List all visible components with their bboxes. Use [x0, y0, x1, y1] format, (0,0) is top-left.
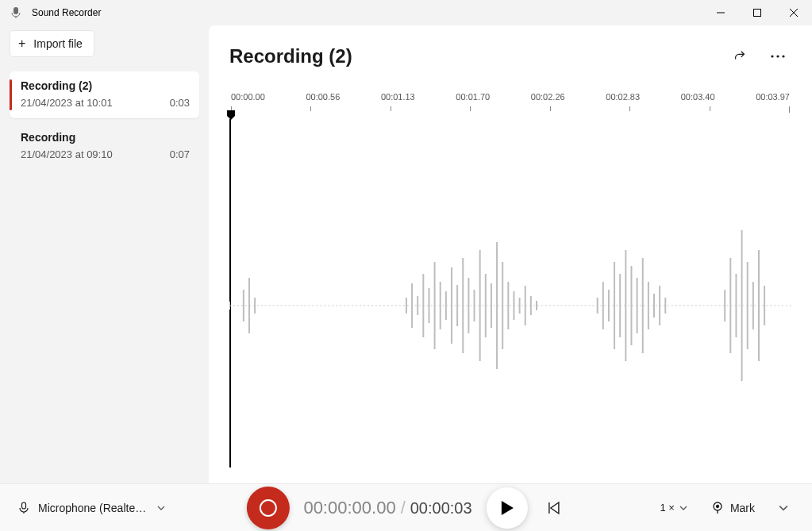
mark-label: Mark	[730, 502, 755, 514]
microphone-label: Microphone (Realtek(...	[38, 502, 149, 514]
recording-item-duration: 0:07	[170, 148, 190, 160]
time-display: 00:00:00.00 / 00:00:03	[303, 498, 471, 518]
current-time: 00:00:00.00	[303, 498, 395, 518]
import-file-button[interactable]: + Import file	[10, 30, 94, 57]
svg-point-7	[771, 55, 773, 57]
timeline-tick-mark	[550, 106, 551, 111]
svg-rect-3	[754, 10, 761, 17]
recording-title: Recording (2)	[229, 45, 352, 67]
record-button[interactable]	[246, 487, 289, 529]
timeline-tick-label: 00:03.40	[681, 92, 715, 102]
recording-item-datetime: 21/04/2023 at 09:10	[21, 148, 113, 160]
mark-button[interactable]: Mark	[705, 497, 761, 519]
more-button[interactable]	[764, 43, 791, 70]
timeline-tick-label: 00:00.00	[231, 92, 265, 102]
recording-item-title: Recording (2)	[21, 79, 190, 92]
play-button[interactable]	[487, 487, 528, 529]
maximize-button[interactable]	[739, 0, 775, 25]
recording-item-title: Recording	[21, 131, 190, 144]
recording-item[interactable]: Recording (2)21/04/2023 at 10:010:03	[10, 71, 199, 118]
timeline-tick-label: 00:01.13	[381, 92, 415, 102]
svg-rect-60	[22, 502, 26, 509]
chevron-down-icon	[779, 503, 788, 513]
timeline-tick-mark	[789, 106, 790, 113]
waveform-area[interactable]	[229, 127, 791, 483]
chevron-down-icon	[679, 504, 687, 512]
mark-icon	[711, 502, 724, 514]
recording-item[interactable]: Recording21/04/2023 at 09:100:07	[10, 123, 199, 170]
svg-rect-0	[13, 7, 18, 14]
timeline-tick-mark	[391, 106, 391, 111]
skip-back-button[interactable]	[542, 496, 566, 520]
total-time: 00:00:03	[410, 499, 472, 518]
timeline-tick-label: 00:01.70	[456, 92, 490, 102]
playhead-marker[interactable]	[226, 110, 236, 124]
timeline-tick-label: 00:03.97	[756, 92, 790, 102]
skip-back-icon	[547, 501, 561, 515]
chevron-down-icon	[157, 504, 165, 512]
minimize-button[interactable]	[702, 0, 739, 25]
svg-point-8	[776, 55, 779, 57]
microphone-selector[interactable]: Microphone (Realtek(...	[17, 502, 165, 514]
recordings-list: Recording (2)21/04/2023 at 10:010:03Reco…	[10, 71, 199, 170]
timeline-tick-mark	[310, 106, 311, 111]
speed-label: 1 ×	[660, 502, 674, 514]
plus-icon: +	[18, 37, 25, 50]
content-pane: Recording (2) 00:00.0000:00.5600:01.1300…	[209, 25, 812, 483]
svg-point-63	[716, 505, 718, 507]
microphone-icon	[17, 502, 30, 514]
record-icon	[259, 499, 276, 517]
import-label: Import file	[33, 37, 82, 50]
app-title: Sound Recorder	[32, 7, 101, 18]
sidebar: + Import file Recording (2)21/04/2023 at…	[0, 25, 209, 483]
playback-speed-button[interactable]: 1 ×	[653, 497, 693, 518]
share-button[interactable]	[726, 43, 753, 70]
play-icon	[500, 500, 514, 516]
titlebar: Sound Recorder	[0, 0, 812, 25]
recording-item-datetime: 21/04/2023 at 10:01	[21, 97, 113, 109]
close-button[interactable]	[775, 0, 812, 25]
recording-item-duration: 0:03	[170, 97, 190, 109]
timeline-tick-label: 00:00.56	[306, 92, 340, 102]
timeline-tick-mark	[710, 106, 710, 111]
more-playback-button[interactable]	[772, 497, 795, 519]
timeline-tick-mark	[470, 106, 471, 111]
svg-point-9	[782, 55, 784, 57]
app-icon	[10, 6, 22, 19]
timeline-tick-mark	[629, 106, 630, 111]
playback-bar: Microphone (Realtek(... 00:00:00.00 / 00…	[0, 483, 812, 531]
timeline-ruler[interactable]: 00:00.0000:00.5600:01.1300:01.7000:02.26…	[229, 92, 791, 124]
timeline-tick-label: 00:02.26	[531, 92, 565, 102]
timeline-tick-label: 00:02.83	[606, 92, 640, 102]
